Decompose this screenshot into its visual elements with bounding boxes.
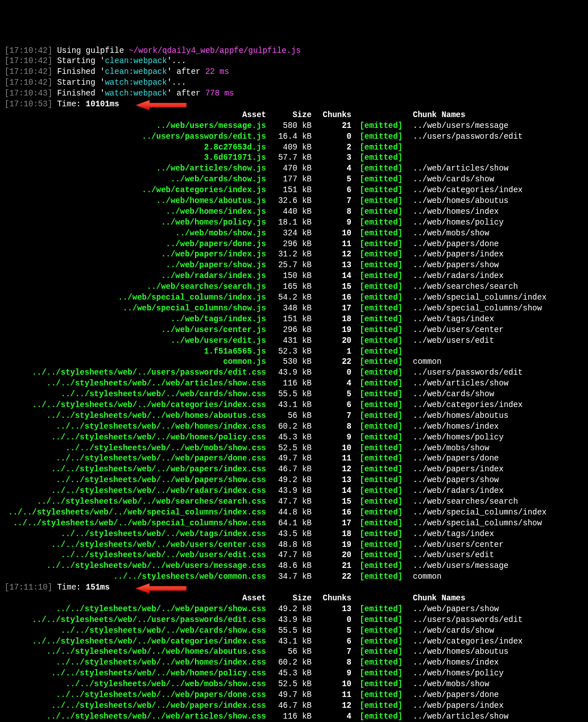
asset-row: ../../stylesheets/web/../web/articles/sh…	[5, 711, 588, 722]
asset-emitted: [emitted]	[351, 174, 403, 185]
asset-chunk: 11	[312, 239, 351, 250]
asset-chunk-name: ../web/users/center	[403, 540, 504, 550]
asset-row: ../web/users/edit.js431 kB20[emitted]../…	[5, 335, 588, 346]
asset-name: ../../stylesheets/web/../web/articles/sh…	[5, 378, 266, 389]
asset-chunk: 5	[312, 625, 351, 636]
asset-name: ../../stylesheets/web/../web/users/cente…	[5, 540, 266, 550]
asset-chunk-name: ../users/passwords/edit	[403, 131, 523, 142]
asset-size: 45.3 kB	[266, 432, 312, 443]
asset-name: ../../stylesheets/web/../web/papers/inde…	[5, 464, 266, 475]
asset-row: ../../stylesheets/web/../web/special_col…	[5, 507, 588, 518]
asset-size: 165 kB	[266, 281, 312, 292]
asset-chunk: 9	[312, 432, 351, 443]
asset-emitted: [emitted]	[351, 142, 403, 153]
asset-chunk: 18	[312, 314, 351, 325]
asset-chunk: 13	[312, 475, 351, 486]
asset-chunk-name: common	[403, 571, 441, 582]
asset-name: ../../stylesheets/web/../web/papers/done…	[5, 453, 266, 464]
asset-name: ../../stylesheets/web/../web/radars/inde…	[5, 486, 266, 496]
asset-name: ../web/mobs/show.js	[5, 228, 266, 239]
asset-name: 2.8c27653d.js	[5, 142, 266, 153]
asset-emitted: [emitted]	[351, 335, 403, 346]
asset-chunk: 8	[312, 657, 351, 668]
asset-name: ../../stylesheets/web/../web/papers/show…	[5, 475, 266, 486]
asset-emitted: [emitted]	[351, 464, 403, 475]
asset-name: common.js	[5, 356, 266, 367]
asset-emitted: [emitted]	[351, 507, 403, 518]
asset-row: ../../stylesheets/web/../web/homes/polic…	[5, 432, 588, 443]
asset-chunk-name: ../web/homes/policy	[403, 432, 504, 443]
asset-row: 1.f51a6565.js52.3 kB1[emitted]	[5, 346, 588, 357]
build-time-value: 151ms	[86, 583, 110, 592]
asset-size: 116 kB	[266, 378, 312, 389]
build-time-line: [17:11:10] Time: 151ms	[5, 582, 588, 593]
asset-chunk: 15	[312, 496, 351, 507]
terminal-output[interactable]: [17:10:42] Using gulpfile ~/work/qdaily4…	[5, 45, 588, 722]
asset-chunk: 17	[312, 303, 351, 314]
asset-chunk: 7	[312, 646, 351, 657]
asset-row: ../../stylesheets/web/../web/homes/index…	[5, 657, 588, 668]
asset-row: ../../stylesheets/web/../web/mobs/show.c…	[5, 679, 588, 690]
asset-emitted: [emitted]	[351, 496, 403, 507]
asset-row: ../users/passwords/edit.js16.4 kB0[emitt…	[5, 131, 588, 142]
asset-chunk-name: ../web/papers/index	[403, 464, 504, 475]
asset-chunk-name: ../web/homes/aboutus	[403, 410, 508, 421]
asset-name: ../../stylesheets/web/../web/special_col…	[5, 507, 266, 518]
asset-size: 470 kB	[266, 163, 312, 174]
asset-chunk-name: common	[403, 356, 441, 367]
asset-row: ../web/homes/index.js440 kB8[emitted]../…	[5, 206, 588, 217]
asset-name: ../../stylesheets/web/../web/users/edit.…	[5, 550, 266, 561]
asset-name: ../../stylesheets/web/../web/cards/show.…	[5, 389, 266, 400]
asset-emitted: [emitted]	[351, 550, 403, 561]
asset-emitted: [emitted]	[351, 486, 403, 496]
asset-name: ../../stylesheets/web/../web/special_col…	[5, 518, 266, 529]
asset-row: ../../stylesheets/web/../web/cards/show.…	[5, 625, 588, 636]
asset-emitted: [emitted]	[351, 443, 403, 454]
asset-size: 64.1 kB	[266, 518, 312, 529]
asset-chunk-name: ../web/special_columns/index	[403, 507, 546, 518]
asset-size: 18.1 kB	[266, 217, 312, 228]
asset-chunk: 20	[312, 550, 351, 561]
asset-size: 31.2 kB	[266, 249, 312, 260]
asset-row: ../../stylesheets/web/../web/homes/polic…	[5, 668, 588, 679]
asset-chunk-name: ../web/users/message	[403, 561, 508, 571]
asset-size: 47.7 kB	[266, 550, 312, 561]
asset-size: 56 kB	[266, 410, 312, 421]
asset-row: ../web/tags/index.js151 kB18[emitted]../…	[5, 314, 588, 325]
asset-emitted: [emitted]	[351, 367, 403, 378]
asset-chunk-name: ../web/special_columns/index	[403, 292, 546, 303]
asset-row: 2.8c27653d.js409 kB2[emitted]	[5, 142, 588, 153]
asset-name: ../../stylesheets/web/../web/cards/show.…	[5, 625, 266, 636]
asset-name: ../web/categories/index.js	[5, 185, 266, 196]
asset-chunk: 15	[312, 281, 351, 292]
asset-chunk-name: ../web/searches/search	[403, 281, 518, 292]
annotation-arrow-icon	[135, 583, 187, 594]
asset-size: 55.5 kB	[266, 389, 312, 400]
asset-name: ../web/users/edit.js	[5, 335, 266, 346]
asset-chunk-name: ../web/users/center	[403, 325, 504, 335]
asset-row: ../web/papers/show.js25.7 kB13[emitted].…	[5, 260, 588, 271]
asset-chunk: 21	[312, 561, 351, 571]
asset-chunk: 14	[312, 486, 351, 496]
asset-name: ../web/searches/search.js	[5, 281, 266, 292]
asset-chunk-name: ../web/cards/show	[403, 389, 494, 400]
asset-row: ../../stylesheets/web/../web/users/cente…	[5, 540, 588, 550]
asset-chunk-name: ../web/homes/index	[403, 421, 499, 432]
asset-emitted: [emitted]	[351, 529, 403, 540]
asset-name: ../../stylesheets/web/../web/articles/sh…	[5, 711, 266, 722]
asset-row: ../../stylesheets/web/../web/papers/inde…	[5, 700, 588, 711]
build-time-line: [17:10:53] Time: 10101ms	[5, 99, 588, 110]
asset-chunk: 12	[312, 700, 351, 711]
asset-chunk-name: ../web/tags/index	[403, 529, 494, 540]
asset-emitted: [emitted]	[351, 131, 403, 142]
asset-row: ../../stylesheets/web/../web/mobs/show.c…	[5, 443, 588, 454]
asset-chunk: 19	[312, 325, 351, 335]
asset-chunk-name: ../web/radars/index	[403, 486, 504, 496]
asset-row: ../../stylesheets/web/../web/users/edit.…	[5, 550, 588, 561]
build-time-value: 10101ms	[86, 99, 119, 109]
asset-chunk-name: ../web/categories/index	[403, 636, 523, 647]
asset-name: ../../stylesheets/web/../users/passwords…	[5, 367, 266, 378]
asset-name: ../web/radars/index.js	[5, 271, 266, 281]
asset-chunk: 7	[312, 410, 351, 421]
asset-name: ../web/tags/index.js	[5, 314, 266, 325]
